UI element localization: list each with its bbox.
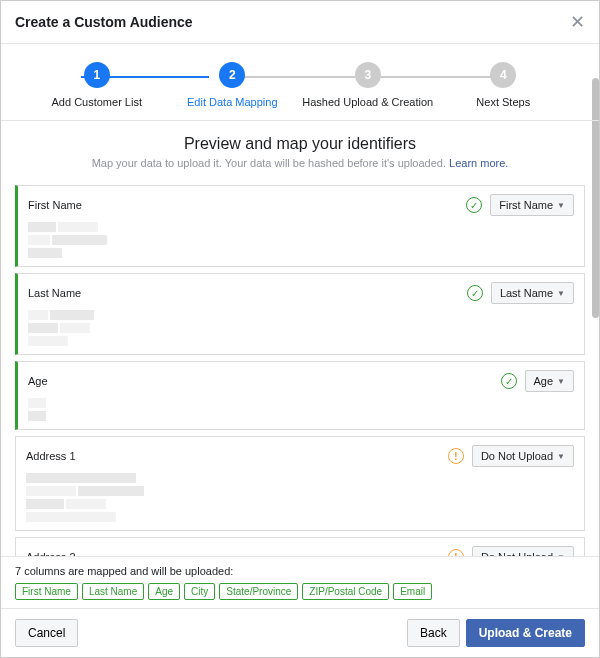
step-number: 2 — [219, 62, 245, 88]
check-icon: ✓ — [467, 285, 483, 301]
field-last-name: Last Name ✓ Last Name ▼ — [15, 273, 585, 355]
learn-more-link[interactable]: Learn more. — [449, 157, 508, 169]
modal-title: Create a Custom Audience — [15, 14, 193, 30]
mapping-dropdown[interactable]: Last Name ▼ — [491, 282, 574, 304]
custom-audience-modal: Create a Custom Audience ✕ 1 Add Custome… — [0, 0, 600, 658]
field-label: Address 1 — [26, 450, 76, 462]
mapping-dropdown[interactable]: First Name ▼ — [490, 194, 574, 216]
caret-down-icon: ▼ — [557, 553, 565, 557]
close-icon[interactable]: ✕ — [570, 13, 585, 31]
data-preview — [26, 473, 574, 522]
step-number: 3 — [355, 62, 381, 88]
field-age: Age ✓ Age ▼ — [15, 361, 585, 430]
caret-down-icon: ▼ — [557, 201, 565, 210]
step-label: Hashed Upload & Creation — [300, 96, 436, 108]
tag-age: Age — [148, 583, 180, 600]
warning-icon: ! — [448, 549, 464, 556]
step-label: Edit Data Mapping — [165, 96, 301, 108]
step-label: Next Steps — [436, 96, 572, 108]
step-add-customer-list[interactable]: 1 Add Customer List — [29, 62, 165, 108]
upload-summary: 7 columns are mapped and will be uploade… — [1, 556, 599, 608]
back-button[interactable]: Back — [407, 619, 460, 647]
data-preview — [28, 310, 574, 346]
tag-city: City — [184, 583, 215, 600]
tag-last-name: Last Name — [82, 583, 144, 600]
preview-title: Preview and map your identifiers — [11, 135, 589, 153]
check-icon: ✓ — [466, 197, 482, 213]
step-hashed-upload: 3 Hashed Upload & Creation — [300, 62, 436, 108]
caret-down-icon: ▼ — [557, 452, 565, 461]
step-number: 1 — [84, 62, 110, 88]
upload-create-button[interactable]: Upload & Create — [466, 619, 585, 647]
mapping-dropdown[interactable]: Age ▼ — [525, 370, 575, 392]
step-label: Add Customer List — [29, 96, 165, 108]
tag-state: State/Province — [219, 583, 298, 600]
field-label: Last Name — [28, 287, 81, 299]
tag-email: Email — [393, 583, 432, 600]
warning-icon: ! — [448, 448, 464, 464]
check-icon: ✓ — [501, 373, 517, 389]
caret-down-icon: ▼ — [557, 289, 565, 298]
wizard-steps: 1 Add Customer List 2 Edit Data Mapping … — [1, 44, 599, 121]
field-mapping-list: First Name ✓ First Name ▼ — [1, 179, 599, 556]
tag-first-name: First Name — [15, 583, 78, 600]
step-edit-data-mapping[interactable]: 2 Edit Data Mapping — [165, 62, 301, 108]
field-address-1: Address 1 ! Do Not Upload ▼ — [15, 436, 585, 531]
modal-header: Create a Custom Audience ✕ — [1, 1, 599, 44]
field-address-2: Address 2 ! Do Not Upload ▼ — [15, 537, 585, 556]
modal-footer: Cancel Back Upload & Create — [1, 608, 599, 657]
mapping-dropdown[interactable]: Do Not Upload ▼ — [472, 445, 574, 467]
data-preview — [28, 398, 574, 421]
field-label: Age — [28, 375, 48, 387]
preview-header: Preview and map your identifiers Map you… — [1, 121, 599, 179]
data-preview — [28, 222, 574, 258]
preview-subtitle: Map your data to upload it. Your data wi… — [11, 157, 589, 169]
summary-text: 7 columns are mapped and will be uploade… — [15, 565, 585, 577]
mapped-columns-tags: First Name Last Name Age City State/Prov… — [15, 583, 585, 600]
modal-content: 1 Add Customer List 2 Edit Data Mapping … — [1, 44, 599, 556]
step-next-steps: 4 Next Steps — [436, 62, 572, 108]
field-label: Address 2 — [26, 551, 76, 556]
mapping-dropdown[interactable]: Do Not Upload ▼ — [472, 546, 574, 556]
cancel-button[interactable]: Cancel — [15, 619, 78, 647]
step-number: 4 — [490, 62, 516, 88]
field-label: First Name — [28, 199, 82, 211]
field-first-name: First Name ✓ First Name ▼ — [15, 185, 585, 267]
caret-down-icon: ▼ — [557, 377, 565, 386]
tag-zip: ZIP/Postal Code — [302, 583, 389, 600]
